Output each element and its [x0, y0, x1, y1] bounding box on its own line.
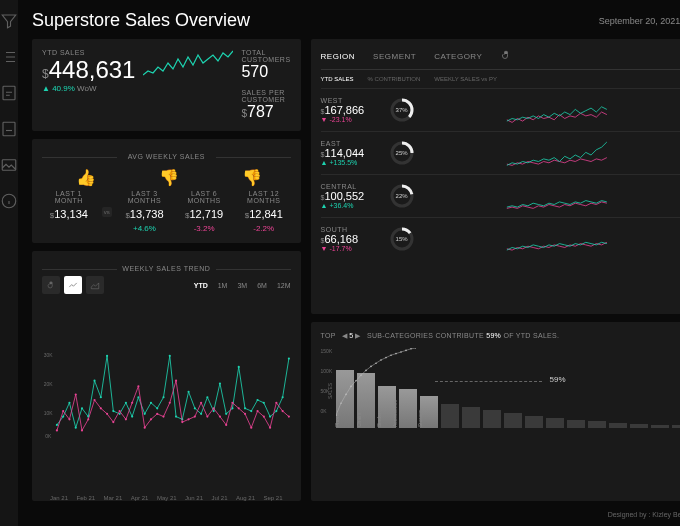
svg-point-19	[125, 402, 127, 404]
period-option[interactable]: 1M	[218, 282, 228, 289]
period-option[interactable]: 3M	[237, 282, 247, 289]
header: Superstore Sales Overview September 20, …	[32, 10, 680, 31]
kpi-card: YTD SALES $448,631 ▲ 40.9% WoW TOTAL CUS…	[32, 39, 301, 131]
svg-point-17	[112, 410, 114, 412]
region-sparkline	[423, 181, 680, 211]
tab-region[interactable]: REGION	[321, 52, 356, 61]
svg-point-58	[131, 402, 133, 404]
svg-point-65	[175, 380, 177, 382]
period-option[interactable]: 6M	[257, 282, 267, 289]
pdf-icon[interactable]	[0, 84, 18, 102]
subtab[interactable]: WEEKLY SALES vs PY	[434, 76, 497, 82]
main: Superstore Sales Overview September 20, …	[18, 0, 680, 526]
trend-period: LAST 6 MONTHS$12,719-3.2%	[177, 190, 231, 233]
svg-point-78	[256, 410, 258, 412]
svg-point-8	[56, 424, 58, 426]
svg-point-77	[250, 427, 252, 429]
region-sparkline	[423, 95, 680, 125]
svg-point-26	[169, 355, 171, 357]
svg-point-44	[282, 396, 284, 398]
prev-arrow-icon[interactable]: ◀	[342, 332, 347, 340]
svg-point-46	[56, 429, 58, 431]
donut-chart: 15%	[389, 226, 415, 252]
date-display[interactable]: September 20, 2021	[599, 14, 680, 28]
svg-point-34	[219, 382, 221, 384]
next-arrow-icon[interactable]: ▶	[355, 332, 360, 340]
svg-point-68	[194, 416, 196, 418]
subtab[interactable]: % CONTRIBUTION	[368, 76, 421, 82]
pareto-bar: Chairs	[357, 373, 375, 427]
svg-point-104	[395, 353, 397, 355]
svg-point-107	[410, 348, 412, 350]
svg-point-102	[385, 357, 387, 359]
filter-icon[interactable]	[0, 12, 18, 30]
svg-point-40	[256, 399, 258, 401]
svg-point-24	[156, 407, 158, 409]
svg-point-99	[370, 365, 372, 367]
subtabs: YTD SALES% CONTRIBUTIONWEEKLY SALES vs P…	[321, 76, 680, 82]
svg-point-23	[150, 402, 152, 404]
svg-point-101	[380, 359, 382, 361]
trend-period: LAST 1 MONTH$13,134	[42, 190, 96, 233]
svg-point-80	[269, 427, 271, 429]
svg-point-51	[87, 418, 89, 420]
svg-point-59	[137, 385, 139, 387]
svg-point-47	[62, 410, 64, 412]
svg-rect-0	[3, 86, 15, 100]
svg-point-106	[405, 349, 407, 351]
svg-point-103	[390, 354, 392, 356]
pareto-bar	[546, 418, 564, 428]
ppt-icon[interactable]	[0, 120, 18, 138]
svg-point-75	[238, 407, 240, 409]
svg-rect-2	[2, 160, 16, 171]
pareto-bar: Accessories	[399, 389, 417, 427]
svg-point-38	[244, 407, 246, 409]
svg-point-61	[150, 418, 152, 420]
line-chart-button[interactable]	[64, 276, 82, 294]
spc-label: SALES PER CUSTOMER	[241, 89, 290, 103]
period-option[interactable]: 12M	[277, 282, 291, 289]
trend-period: LAST 12 MONTHS$12,841-2.2%	[237, 190, 291, 233]
svg-point-29	[187, 391, 189, 393]
area-chart-button[interactable]	[86, 276, 104, 294]
ytd-change: ▲ 40.9% WoW	[42, 84, 135, 93]
thumb-down-icon: 👎	[159, 168, 173, 182]
tab-segment[interactable]: SEGMENT	[373, 52, 416, 61]
pareto-bar	[483, 410, 501, 428]
pareto-card: TOP ◀ 5 ▶ SUB-CATEGORIES CONTRIBUTE 59% …	[311, 322, 680, 501]
pareto-bar	[609, 423, 627, 428]
image-icon[interactable]	[0, 156, 18, 174]
svg-point-69	[200, 402, 202, 404]
weekly-trend-chart[interactable]: 30K 20K 10K 0K Jan 21Feb 21Mar 21Apr 21M…	[42, 298, 291, 491]
svg-point-52	[93, 399, 95, 401]
svg-point-57	[125, 418, 127, 420]
svg-point-10	[68, 402, 70, 404]
svg-point-42	[269, 416, 271, 418]
info-icon[interactable]	[0, 192, 18, 210]
svg-point-105	[400, 351, 402, 353]
hand-icon[interactable]	[500, 49, 512, 63]
svg-point-41	[263, 402, 265, 404]
subtab[interactable]: YTD SALES	[321, 76, 354, 82]
svg-point-14	[93, 380, 95, 382]
svg-point-108	[415, 348, 416, 349]
hand-tool-button[interactable]	[42, 276, 60, 294]
weekly-trend-card: WEEKLY SALES TREND YTD1M3M6M12M 30K 20K …	[32, 251, 301, 501]
svg-point-72	[219, 416, 221, 418]
donut-chart: 22%	[389, 183, 415, 209]
tab-category[interactable]: CATEGORY	[434, 52, 482, 61]
svg-point-63	[162, 416, 164, 418]
region-row: CENTRAL $100,552 ▲ +36.4% 22%	[321, 174, 680, 217]
svg-point-16	[106, 355, 108, 357]
pareto-bar	[672, 425, 680, 427]
list-icon[interactable]	[0, 48, 18, 66]
region-row: WEST $167,866 ▼ -23.1% 37%	[321, 88, 680, 131]
svg-point-98	[365, 369, 367, 371]
period-option[interactable]: YTD	[194, 282, 208, 289]
svg-point-33	[213, 410, 215, 412]
svg-point-53	[100, 407, 102, 409]
svg-point-76	[244, 413, 246, 415]
pareto-chart[interactable]: PhonesChairsBindersAccessoriesStorage59%…	[336, 348, 680, 428]
svg-point-56	[119, 410, 121, 412]
svg-point-54	[106, 413, 108, 415]
